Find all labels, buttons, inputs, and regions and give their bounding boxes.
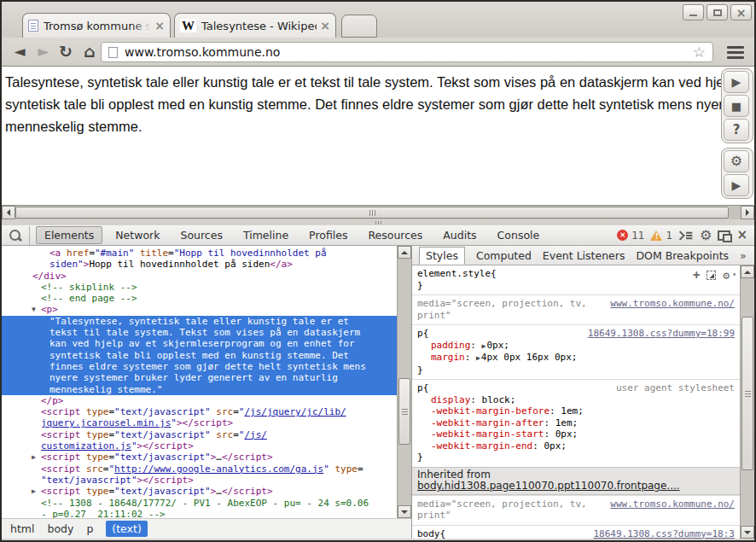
- tab-close-icon[interactable]: ×: [320, 20, 330, 32]
- new-style-rule-icon[interactable]: +: [693, 269, 700, 281]
- expand-arrow-icon[interactable]: ▼: [32, 304, 36, 315]
- scroll-up-button[interactable]: [398, 246, 411, 259]
- elements-tree-selected-node[interactable]: finnes eldre systemer som gjør dette hel…: [2, 361, 397, 372]
- devtools-tab-resources[interactable]: Resources: [360, 227, 430, 243]
- elements-tree-line[interactable]: <script type="text/javascript" src="/js/…: [2, 406, 397, 417]
- scroll-down-button[interactable]: [741, 526, 754, 539]
- close-button[interactable]: ×: [730, 4, 752, 20]
- css-selector[interactable]: p: [417, 328, 423, 340]
- elements-tree-line[interactable]: <script type="text/javascript" src="/js/: [2, 429, 397, 440]
- elements-tree-line[interactable]: ▶<script type="text/javascript">…</scrip…: [2, 486, 397, 497]
- tab-tromso-kommune[interactable]: Tromsø kommune sitt o ×: [22, 13, 171, 38]
- elements-tree-line[interactable]: </div>: [2, 271, 397, 282]
- elements-tree-line[interactable]: siden">Hopp til hovedinnholdet på siden<…: [2, 259, 397, 270]
- inspect-search-icon[interactable]: [9, 229, 22, 242]
- new-tab-button[interactable]: [341, 15, 377, 38]
- styles-settings-gear-icon[interactable]: ⚙: [723, 270, 730, 281]
- css-property[interactable]: padding: ▶0px;: [417, 340, 735, 353]
- dock-side-icon[interactable]: [718, 230, 730, 241]
- expand-shorthand-icon[interactable]: ▶: [482, 342, 486, 350]
- toggle-element-state-icon[interactable]: [707, 271, 716, 280]
- show-console-drawer-icon[interactable]: [678, 230, 694, 242]
- breadcrumb-item-text-selected[interactable]: (text): [106, 521, 147, 537]
- elements-tree-line[interactable]: <script src="http://www.google-analytics…: [2, 463, 397, 475]
- browser-menu-button[interactable]: [722, 42, 749, 62]
- scroll-down-button[interactable]: [398, 505, 411, 518]
- expand-arrow-icon[interactable]: ▶: [32, 452, 36, 463]
- devtools-tab-console[interactable]: Console: [490, 227, 548, 243]
- back-button[interactable]: ◄: [9, 40, 31, 62]
- sidebar-tab-dom-breakpoints[interactable]: DOM Breakpoints: [636, 249, 729, 262]
- address-bar[interactable]: www.tromso.kommune.no ☆: [101, 42, 713, 62]
- scroll-up-button[interactable]: [741, 265, 754, 278]
- stop-button[interactable]: ■: [724, 95, 749, 117]
- home-button[interactable]: ⌂: [79, 40, 101, 62]
- elements-vertical-scrollbar[interactable]: [397, 246, 411, 518]
- css-property[interactable]: -webkit-margin-start: 0px;: [417, 428, 735, 440]
- scrollbar-thumb[interactable]: [741, 317, 753, 470]
- devtools-tab-sources[interactable]: Sources: [172, 227, 230, 243]
- styles-vertical-scrollbar[interactable]: [740, 265, 754, 539]
- sidebar-tab-computed[interactable]: Computed: [476, 249, 532, 262]
- devtools-tab-network[interactable]: Network: [108, 227, 167, 243]
- error-badge-icon[interactable]: ×: [617, 230, 628, 241]
- tab-wikipedia[interactable]: W Talesyntese - Wikipedia ×: [174, 13, 336, 38]
- expand-arrow-icon[interactable]: ▶: [32, 486, 36, 497]
- forward-button[interactable]: ►: [32, 40, 55, 62]
- elements-tree-line[interactable]: customization.js"></script>: [2, 440, 397, 452]
- stylesheet-link[interactable]: 18649.1308.css?dummy=18:3: [586, 528, 735, 539]
- devtools-tab-profiles[interactable]: Profiles: [301, 227, 355, 243]
- css-property[interactable]: -webkit-margin-end: 0px;: [417, 440, 735, 452]
- elements-tree-selected-node[interactable]: menneskelig stemme.": [2, 384, 397, 395]
- elements-tree-selected-node[interactable]: "Talesyntese, syntetisk tale eller kunst…: [2, 316, 397, 327]
- elements-tree-line[interactable]: <!-- end page -->: [2, 293, 397, 304]
- stylesheet-link[interactable]: www.tromso.kommune.no/: [603, 298, 735, 310]
- elements-tree-line[interactable]: ▼<p>: [2, 304, 397, 315]
- elements-tree-line[interactable]: - p=0.27 21:11:02 -->: [2, 509, 397, 518]
- play-button[interactable]: ▶: [724, 71, 749, 93]
- reload-button[interactable]: ↻: [55, 40, 77, 62]
- tab-close-icon[interactable]: ×: [154, 20, 165, 32]
- minimize-button[interactable]: [683, 4, 704, 20]
- elements-tree-line[interactable]: ▶<script type="text/javascript">…</scrip…: [2, 452, 397, 463]
- devtools-settings-gear-icon[interactable]: ⚙: [700, 227, 712, 243]
- expand-shorthand-icon[interactable]: ▶: [476, 354, 480, 362]
- elements-tree-line[interactable]: <a href="#main" title="Hopp til hovedinn…: [2, 248, 397, 259]
- elements-tree-selected-node[interactable]: syntetisk tale bli opplest med en kunsti…: [2, 350, 397, 361]
- devtools-splitter[interactable]: [2, 219, 754, 225]
- url-text[interactable]: www.tromso.kommune.no: [125, 45, 693, 59]
- bookmark-star-icon[interactable]: ☆: [693, 45, 706, 60]
- scroll-left-button[interactable]: [2, 206, 15, 219]
- elements-tree-selected-node[interactable]: kan ved hjelp av et skjermleserprogram o…: [2, 338, 397, 349]
- devtools-close-icon[interactable]: ×: [736, 229, 747, 242]
- devtools-tab-timeline[interactable]: Timeline: [236, 227, 296, 243]
- warning-badge-icon[interactable]: !: [650, 230, 662, 241]
- scrollbar-thumb[interactable]: [398, 378, 410, 445]
- elements-tree-line[interactable]: jquery.jcarousel.min.js"></script>: [2, 417, 397, 428]
- breadcrumb-item-html[interactable]: html: [10, 522, 34, 535]
- css-property[interactable]: -webkit-margin-before: 1em;: [417, 405, 735, 417]
- settings-button[interactable]: ⚙: [724, 150, 749, 172]
- maximize-button[interactable]: [707, 4, 728, 20]
- elements-tree-selected-node[interactable]: nyere systemer bruker lyder generert av …: [2, 372, 397, 383]
- stylesheet-link[interactable]: www.tromso.kommune.no/: [603, 498, 735, 510]
- elements-tree-line[interactable]: <!-- skiplink -->: [2, 282, 397, 293]
- css-selector[interactable]: body: [417, 528, 440, 539]
- help-button[interactable]: ?: [724, 119, 749, 141]
- devtools-tab-audits[interactable]: Audits: [435, 227, 484, 243]
- elements-tree-line[interactable]: <!-- 1308 - 18648/17772/ - PV1 - AbexEOP…: [2, 498, 397, 509]
- play-button-2[interactable]: ▶: [724, 174, 749, 196]
- devtools-tab-elements[interactable]: Elements: [36, 226, 102, 244]
- inherited-from-link[interactable]: body.hid1308.page110070.ppt110070.frontp…: [417, 480, 680, 492]
- breadcrumb-item-p[interactable]: p: [86, 522, 93, 535]
- elements-tree-line[interactable]: </p>: [2, 395, 397, 406]
- scroll-right-button[interactable]: [741, 206, 754, 219]
- sidebar-tabs-overflow-icon[interactable]: »: [740, 249, 747, 262]
- css-property[interactable]: margin: ▶4px 0px 16px 0px;: [417, 352, 735, 364]
- css-property[interactable]: display: block;: [417, 394, 735, 406]
- stylesheet-link[interactable]: 18649.1308.css?dummy=18:99: [581, 328, 735, 340]
- horizontal-scrollbar[interactable]: [2, 205, 754, 219]
- css-property[interactable]: -webkit-margin-after: 1em;: [417, 417, 735, 429]
- sidebar-tab-styles[interactable]: Styles: [419, 247, 465, 265]
- sidebar-tab-event-listeners[interactable]: Event Listeners: [543, 249, 625, 262]
